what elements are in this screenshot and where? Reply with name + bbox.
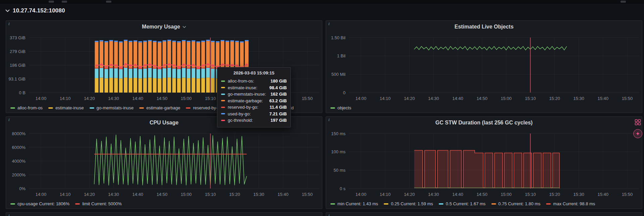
row-title[interactable]: 10.27.74.152:10080 bbox=[13, 7, 65, 14]
legend-item[interactable]: estimate-garbage bbox=[139, 105, 180, 110]
tooltip-series-value: 180 GiB bbox=[271, 78, 287, 84]
legend-item[interactable]: limit Current: 5000% bbox=[75, 201, 122, 206]
legend-swatch bbox=[546, 203, 551, 205]
x-axis-label: 14:20 bbox=[84, 192, 95, 197]
legend-label: min Current: 1.43 ms bbox=[337, 201, 378, 206]
legend-swatch bbox=[139, 107, 144, 109]
legend-item[interactable]: max Current: 98.8 ms bbox=[546, 201, 595, 206]
tooltip-series-label: estimate-garbage: bbox=[228, 98, 263, 103]
cpu-usage-chart[interactable]: 0%2000%4000%6000%8000%14:0014:1014:2014:… bbox=[6, 117, 323, 209]
grid-layout-icon[interactable] bbox=[635, 119, 641, 125]
chevron-down-icon[interactable] bbox=[5, 9, 10, 12]
x-axis-label: 15:10 bbox=[525, 96, 536, 101]
panel-title[interactable]: Memory Usage bbox=[26, 24, 302, 30]
legend-item[interactable]: objects bbox=[330, 105, 351, 110]
x-axis-label: 14:40 bbox=[132, 96, 143, 101]
panel-cut-off-right: i bbox=[326, 212, 642, 216]
legend-swatch bbox=[186, 107, 191, 109]
x-axis-label: 14:40 bbox=[452, 192, 463, 197]
legend-label: limit Current: 5000% bbox=[82, 201, 122, 206]
grafana-dashboard: { "row": { "title": "10.27.74.152:10080"… bbox=[0, 0, 644, 216]
legend-item[interactable]: go-memstats-inuse bbox=[90, 105, 134, 110]
info-icon[interactable]: i bbox=[328, 21, 330, 26]
gc-stw-chart[interactable]: 0 s50 ms100 ms150 ms14:0014:1014:2014:30… bbox=[326, 117, 643, 209]
legend-item[interactable]: 0.25 Current: 1.59 ms bbox=[384, 201, 433, 206]
y-axis-label: 279 GiB bbox=[10, 49, 25, 54]
y-axis-label: 0 B bbox=[19, 90, 25, 95]
tooltip-series-swatch bbox=[221, 113, 225, 114]
info-icon[interactable]: i bbox=[8, 21, 10, 26]
legend: objects bbox=[330, 105, 640, 110]
info-icon[interactable]: i bbox=[328, 213, 330, 216]
tooltip-series-swatch bbox=[221, 94, 225, 95]
x-axis-label: 14:30 bbox=[428, 192, 439, 197]
x-axis-label: 14:00 bbox=[356, 192, 367, 197]
x-axis-label: 15:10 bbox=[205, 192, 216, 197]
x-axis-label: 14:00 bbox=[36, 192, 47, 197]
panel-title-text: GC STW Duration (last 256 GC cycles) bbox=[435, 120, 533, 126]
tooltip-row: used-by-go:7.21 GiB bbox=[221, 111, 287, 117]
legend-item[interactable]: alloc-from-os bbox=[10, 105, 43, 110]
y-axis-label: 186 GiB bbox=[10, 63, 25, 68]
panel-menu-chevron-icon[interactable] bbox=[182, 26, 186, 28]
panel-title-text: Memory Usage bbox=[142, 24, 180, 30]
y-axis-label: 2000% bbox=[12, 172, 26, 177]
legend-label: go-memstats-inuse bbox=[97, 105, 134, 110]
legend-swatch bbox=[330, 107, 335, 109]
x-axis-label: 14:10 bbox=[380, 96, 391, 101]
tooltip-series-swatch bbox=[221, 80, 225, 82]
legend-item[interactable]: 0.5 Current: 1.67 ms bbox=[439, 201, 486, 206]
tooltip-row: reserved-by-go:11.4 GiB bbox=[221, 104, 287, 111]
x-axis-label: 14:10 bbox=[60, 96, 71, 101]
live-objects-chart[interactable]: 0500 Mil1 Bil1.50 Bil14:0014:1014:2014:3… bbox=[326, 21, 643, 113]
x-axis-label: 15:00 bbox=[501, 192, 512, 197]
tooltip-series-swatch bbox=[221, 100, 225, 101]
x-axis-label: 15:10 bbox=[525, 192, 536, 197]
x-axis-label: 15:20 bbox=[549, 96, 560, 101]
x-axis-label: 15:40 bbox=[597, 96, 608, 101]
toolbar-fragment-icon bbox=[49, 1, 54, 3]
legend-swatch bbox=[491, 203, 496, 205]
tooltip-row: gc-threshold:197 GiB bbox=[221, 117, 287, 124]
x-axis-label: 14:30 bbox=[108, 192, 119, 197]
y-axis-label: 4000% bbox=[12, 159, 26, 164]
x-axis-label: 14:50 bbox=[477, 96, 488, 101]
x-axis-label: 14:20 bbox=[404, 96, 415, 101]
x-axis-label: 15:50 bbox=[622, 96, 633, 101]
tooltip-series-value: 98.4 GiB bbox=[269, 85, 287, 90]
panel-title-text: Estimated Live Objects bbox=[454, 24, 514, 30]
legend-label: alloc-from-os bbox=[17, 105, 43, 110]
y-axis-label: 0 s bbox=[340, 186, 346, 191]
tooltip-series-label: alloc-from-os: bbox=[228, 78, 254, 84]
info-icon[interactable]: i bbox=[328, 117, 330, 122]
tooltip-timestamp: 2026-03-03 15:09:15 bbox=[221, 70, 287, 75]
x-axis-label: 15:30 bbox=[253, 192, 264, 197]
tooltip-rows: alloc-from-os:180 GiBestimate-inuse:98.4… bbox=[221, 78, 287, 124]
tooltip-row: estimate-inuse:98.4 GiB bbox=[221, 85, 287, 91]
tooltip-row: estimate-garbage:63.2 GiB bbox=[221, 98, 287, 104]
y-axis-label: 50 ms bbox=[334, 168, 346, 173]
legend-item[interactable]: estimate-inuse bbox=[48, 105, 84, 110]
info-icon[interactable]: i bbox=[8, 117, 10, 122]
tooltip-series-swatch bbox=[221, 87, 225, 88]
panel-title[interactable]: Estimated Live Objects bbox=[346, 24, 622, 30]
x-axis-label: 15:40 bbox=[277, 192, 288, 197]
y-axis-label: 93.1 GiB bbox=[8, 76, 25, 82]
dashboard-row-header[interactable]: 10.27.74.152:10080 bbox=[5, 7, 65, 15]
panel-cut-off-left: i bbox=[6, 212, 322, 216]
legend-label: cpu-usage Current: 1806% bbox=[17, 201, 69, 206]
info-icon[interactable]: i bbox=[8, 213, 10, 216]
legend-item[interactable]: 0.75 Current: 1.80 ms bbox=[491, 201, 541, 206]
x-axis-label: 14:10 bbox=[380, 192, 391, 197]
tooltip-row: alloc-from-os:180 GiB bbox=[221, 78, 287, 85]
assistant-badge-icon[interactable] bbox=[633, 129, 642, 138]
floating-icons bbox=[633, 119, 642, 138]
panel-estimated-live-objects: i Estimated Live Objects 0500 Mil1 Bil1.… bbox=[326, 20, 642, 113]
x-axis-label: 14:00 bbox=[36, 96, 47, 101]
legend-label: estimate-inuse bbox=[55, 105, 84, 110]
panel-title[interactable]: GC STW Duration (last 256 GC cycles) bbox=[346, 120, 622, 126]
legend-item[interactable]: cpu-usage Current: 1806% bbox=[10, 201, 69, 206]
x-axis-label: 15:20 bbox=[549, 192, 560, 197]
tooltip-series-value: 7.21 GiB bbox=[269, 111, 287, 116]
legend-item[interactable]: min Current: 1.43 ms bbox=[330, 201, 378, 206]
